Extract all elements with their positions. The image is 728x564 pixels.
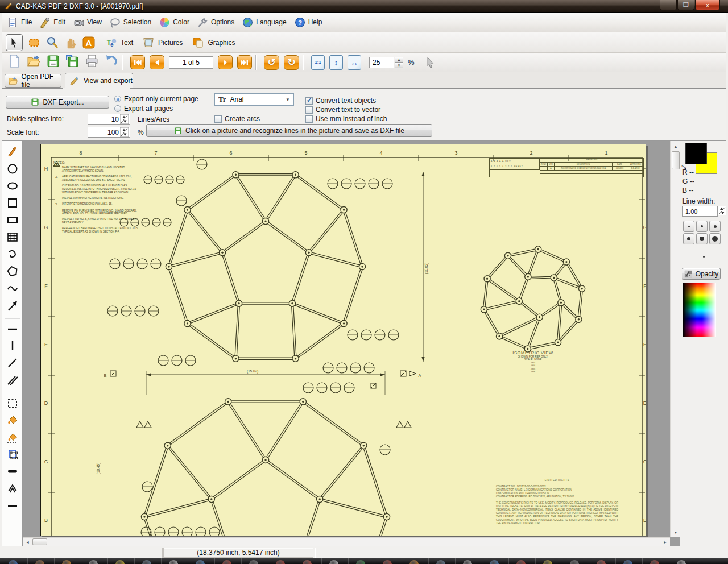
select-region-tool-button[interactable]	[5, 393, 20, 410]
radio-all-icon[interactable]	[114, 105, 121, 112]
restore-button[interactable]: ❐	[677, 0, 694, 10]
divide-splines-spinner[interactable]	[120, 114, 129, 124]
tab-open-pdf-file[interactable]: Open PDF file	[5, 74, 61, 88]
prev-page-button[interactable]	[150, 55, 164, 69]
checkbox-convert-text-objects[interactable]: Convert text objects	[305, 97, 376, 105]
taskbar-item[interactable]	[115, 560, 125, 564]
thick-line-tool-button[interactable]	[5, 464, 20, 479]
hline-tool-button[interactable]	[5, 318, 20, 336]
ellipse-tool-button[interactable]	[5, 179, 20, 193]
windows-taskbar[interactable]	[0, 558, 728, 564]
taskbar-item[interactable]	[89, 560, 98, 564]
dxf-export-button[interactable]: DXF Export...	[6, 96, 109, 109]
radio-current-icon[interactable]	[114, 96, 121, 102]
menu-item-language[interactable]: Language	[239, 15, 291, 30]
zoom-spinner[interactable]: ▲▼	[395, 57, 403, 68]
line-width-preset-2[interactable]	[696, 221, 708, 232]
scale-font-spinner[interactable]	[120, 127, 129, 137]
checkbox-use-mm[interactable]: Use mm instead of inch	[305, 115, 387, 123]
taskbar-item[interactable]	[142, 560, 151, 564]
divide-splines-input[interactable]: 10	[88, 114, 130, 125]
page-indicator[interactable]: 1 of 5	[169, 56, 213, 69]
menu-item-file[interactable]: File	[5, 15, 37, 30]
text-objects-button[interactable]: Te Text	[105, 36, 133, 49]
brush-tool-button[interactable]	[5, 144, 20, 159]
diagonal-line-tool-button[interactable]	[5, 355, 20, 370]
scroll-up-icon[interactable]: ▲	[672, 142, 680, 150]
rectangle-tool-button[interactable]	[5, 196, 20, 210]
menu-item-color[interactable]: Color	[156, 15, 195, 30]
checkbox-create-arcs-icon[interactable]	[214, 115, 222, 123]
pointer-mode-button[interactable]	[424, 56, 437, 69]
line-width-input[interactable]: 1.00	[682, 206, 718, 217]
last-page-button[interactable]	[237, 55, 252, 69]
wave-tool-button[interactable]	[5, 281, 20, 296]
curve-tool-button[interactable]	[5, 247, 20, 262]
arrow-tool-button[interactable]	[5, 298, 20, 313]
radio-export-current[interactable]: Export only current page	[114, 95, 198, 103]
line-width-preset-4[interactable]	[683, 233, 694, 244]
taskbar-item[interactable]	[9, 560, 18, 564]
rotate-ccw-button[interactable]: ↺	[264, 55, 279, 70]
font-select[interactable]: Tr Arial ▼	[214, 93, 294, 106]
opacity-button[interactable]: Opacity	[682, 268, 721, 280]
line-width-spinner[interactable]	[718, 206, 726, 215]
line-width-preset-3[interactable]	[709, 221, 721, 232]
line-width-preset-6[interactable]	[709, 233, 721, 244]
save-as-button[interactable]	[65, 54, 80, 70]
graphics-button[interactable]: Graphics	[192, 36, 235, 49]
color-palette[interactable]	[683, 283, 716, 337]
zoom-original-button[interactable]: 1:1	[311, 55, 325, 70]
taskbar-item[interactable]	[249, 560, 258, 564]
taskbar-item[interactable]	[169, 560, 178, 564]
checkbox-use-mm-icon[interactable]	[305, 115, 313, 123]
taskbar-item[interactable]	[463, 560, 472, 564]
pictures-button[interactable]: Pictures	[142, 36, 183, 49]
taskbar-item[interactable]	[410, 560, 419, 564]
horizontal-scroll-thumb[interactable]	[32, 538, 47, 545]
menu-item-help[interactable]: ?Help	[292, 15, 328, 30]
print-button[interactable]	[85, 54, 99, 70]
line-width-preset-5[interactable]	[696, 233, 708, 244]
fill-region-tool-button[interactable]	[5, 430, 20, 445]
taskbar-item[interactable]	[62, 560, 71, 564]
taskbar-item[interactable]	[597, 560, 606, 564]
text-box-tool-button[interactable]: A	[82, 36, 96, 49]
taskbar-item[interactable]	[222, 560, 231, 564]
scroll-left-icon[interactable]: ◄	[24, 538, 31, 546]
menu-item-selection[interactable]: Selection	[107, 15, 156, 30]
pan-tool-button[interactable]	[64, 36, 77, 49]
zoom-down-icon[interactable]: ▼	[395, 63, 403, 68]
title-bar[interactable]: CAD-KAS PDF 2 DXF 3.0 - [A001970.pdf] – …	[0, 0, 728, 13]
select-tool-button[interactable]	[6, 34, 23, 51]
foreground-color-swatch[interactable]	[685, 143, 707, 164]
scroll-down-icon[interactable]: ▼	[672, 528, 680, 536]
swap-colors-icon[interactable]: ⤡	[681, 164, 686, 171]
horizontal-scrollbar[interactable]: ◄ ►	[23, 537, 670, 546]
transform-tool-button[interactable]	[5, 447, 20, 462]
recognize-lines-button[interactable]: Click on a picture and recognize lines i…	[146, 124, 432, 137]
polygon-tool-button[interactable]	[5, 264, 20, 279]
flat-rectangle-tool-button[interactable]	[5, 213, 20, 227]
tab-view-and-export[interactable]: View and export	[65, 73, 133, 88]
scale-font-input[interactable]: 100	[88, 127, 130, 138]
taskbar-item[interactable]	[356, 560, 365, 564]
taskbar-item[interactable]	[677, 560, 686, 564]
zoom-up-icon[interactable]: ▲	[395, 57, 403, 63]
taskbar-item[interactable]	[650, 560, 659, 564]
taskbar-item[interactable]	[383, 560, 392, 564]
taskbar-item[interactable]	[303, 560, 312, 564]
menu-item-edit[interactable]: Edit	[37, 15, 71, 30]
checkbox-convert-text-vector[interactable]: Convert text to vector	[305, 106, 380, 114]
taskbar-item[interactable]	[543, 560, 552, 564]
vertical-scroll-thumb[interactable]	[672, 151, 680, 169]
fit-height-button[interactable]: ↕	[329, 55, 343, 70]
undo-button[interactable]	[104, 54, 118, 70]
close-button[interactable]: x	[695, 0, 720, 10]
taskbar-item[interactable]	[516, 560, 526, 564]
first-page-button[interactable]	[130, 55, 145, 69]
taskbar-item[interactable]	[35, 560, 44, 564]
taskbar-item[interactable]	[196, 560, 205, 564]
minimize-button[interactable]: –	[660, 0, 677, 10]
line-width-preset-1[interactable]	[683, 221, 694, 232]
